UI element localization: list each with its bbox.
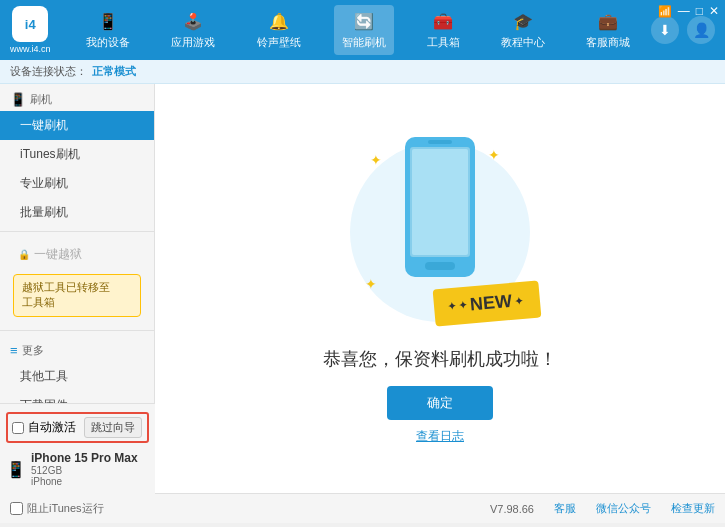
header: 📶 — □ ✕ i4 www.i4.cn 📱 我的设备 🕹️ 应用游戏 🔔	[0, 0, 725, 60]
sidebar-divider-2	[0, 330, 154, 331]
logo-icon: i4	[12, 6, 48, 42]
stop-itunes-row: 阻止iTunes运行	[10, 501, 104, 516]
tab-app-game[interactable]: 🕹️ 应用游戏	[163, 5, 223, 55]
footer-right: V7.98.66 客服 微信公众号 检查更新	[490, 501, 715, 516]
sidebar-flash-header: 📱 刷机	[0, 84, 154, 111]
guide-button[interactable]: 跳过向导	[84, 417, 142, 438]
auto-activate-label: 自动激活	[28, 419, 76, 436]
phone-graphic: ✦ ✦ ✦	[350, 132, 530, 332]
sidebar: 📱 刷机 一键刷机 iTunes刷机 专业刷机 批量刷机 🔒 一键越狱 越狱工具…	[0, 84, 155, 493]
ringtone-icon: 🔔	[268, 10, 290, 32]
svg-rect-4	[428, 140, 452, 144]
sidebar-item-other-tools[interactable]: 其他工具	[0, 362, 154, 391]
sparkle-2-icon: ✦	[488, 147, 500, 163]
stop-itunes-label: 阻止iTunes运行	[27, 501, 104, 516]
tutorial-icon: 🎓	[512, 10, 534, 32]
svg-rect-2	[412, 149, 468, 255]
status-mode: 正常模式	[92, 64, 136, 79]
device-row: 📱 iPhone 15 Pro Max 512GB iPhone	[6, 449, 149, 489]
flash-section-title: 刷机	[30, 92, 52, 107]
phone-svg	[400, 132, 480, 282]
maximize-icon[interactable]: □	[696, 4, 703, 18]
device-name: iPhone 15 Pro Max	[31, 451, 138, 465]
auto-activate-row: 自动激活 跳过向导	[6, 412, 149, 443]
success-text: 恭喜您，保资料刷机成功啦！	[323, 347, 557, 371]
auto-activate-checkbox[interactable]	[12, 422, 24, 434]
lock-icon: 🔒	[18, 249, 30, 260]
tab-service-label: 客服商城	[586, 35, 630, 50]
footer: 阻止iTunes运行 V7.98.66 客服 微信公众号 检查更新	[0, 493, 725, 523]
wifi-icon: 📶	[658, 5, 672, 18]
sidebar-item-itunes-flash[interactable]: iTunes刷机	[0, 140, 154, 169]
jailbreak-label: 一键越狱	[34, 246, 82, 263]
close-icon[interactable]: ✕	[709, 4, 719, 18]
sidebar-divider-1	[0, 231, 154, 232]
tab-ringtone[interactable]: 🔔 铃声壁纸	[249, 5, 309, 55]
tab-tutorial-label: 教程中心	[501, 35, 545, 50]
more-section-title: 更多	[22, 343, 44, 358]
status-bar: 设备连接状态： 正常模式	[0, 60, 725, 84]
sparkle-1-icon: ✦	[370, 152, 382, 168]
sidebar-item-one-key-flash[interactable]: 一键刷机	[0, 111, 154, 140]
sidebar-item-pro-flash[interactable]: 专业刷机	[0, 169, 154, 198]
success-illustration: ✦ ✦ ✦	[323, 132, 557, 445]
content-area: ✦ ✦ ✦	[155, 84, 725, 493]
footer-link-update[interactable]: 检查更新	[671, 501, 715, 516]
tab-toolbox-label: 工具箱	[427, 35, 460, 50]
tab-smart-flash-label: 智能刷机	[342, 35, 386, 50]
toolbox-icon: 🧰	[432, 10, 454, 32]
success-buttons: 确定 查看日志	[387, 386, 493, 445]
device-type: iPhone	[31, 476, 138, 487]
tab-my-device-label: 我的设备	[86, 35, 130, 50]
stop-itunes-checkbox[interactable]	[10, 502, 23, 515]
tab-toolbox[interactable]: 🧰 工具箱	[419, 5, 468, 55]
device-phone-icon: 📱	[6, 460, 26, 479]
device-info: iPhone 15 Pro Max 512GB iPhone	[31, 451, 138, 487]
smart-flash-icon: 🔄	[353, 10, 375, 32]
status-label: 设备连接状态：	[10, 64, 87, 79]
download-button[interactable]: ⬇	[651, 16, 679, 44]
new-badge-text: NEW	[469, 291, 513, 316]
svg-rect-3	[425, 262, 455, 270]
minimize-icon[interactable]: —	[678, 4, 690, 18]
service-icon: 💼	[597, 10, 619, 32]
log-button[interactable]: 查看日志	[416, 428, 464, 445]
my-device-icon: 📱	[97, 10, 119, 32]
jailbreak-notice-text: 越狱工具已转移至工具箱	[22, 281, 110, 308]
sidebar-item-batch-flash[interactable]: 批量刷机	[0, 198, 154, 227]
tab-smart-flash[interactable]: 🔄 智能刷机	[334, 5, 394, 55]
sidebar-more-header: ≡ 更多	[0, 335, 154, 362]
jailbreak-section: 🔒 一键越狱 越狱工具已转移至工具箱	[0, 236, 154, 326]
sidebar-flash-section: 📱 刷机 一键刷机 iTunes刷机 专业刷机 批量刷机	[0, 84, 154, 227]
sidebar-item-jailbreak: 🔒 一键越狱	[8, 240, 146, 269]
new-badge: ✦ NEW ✦	[433, 280, 542, 326]
header-actions: ⬇ 👤	[651, 16, 715, 44]
logo: i4 www.i4.cn	[10, 6, 51, 54]
footer-link-service[interactable]: 客服	[554, 501, 576, 516]
footer-version: V7.98.66	[490, 503, 534, 515]
tab-ringtone-label: 铃声壁纸	[257, 35, 301, 50]
nav-tabs: 📱 我的设备 🕹️ 应用游戏 🔔 铃声壁纸 🔄 智能刷机 🧰 工具箱 🎓	[66, 5, 651, 55]
logo-url: www.i4.cn	[10, 44, 51, 54]
app-game-icon: 🕹️	[182, 10, 204, 32]
user-button[interactable]: 👤	[687, 16, 715, 44]
sparkle-3-icon: ✦	[365, 276, 377, 292]
confirm-button[interactable]: 确定	[387, 386, 493, 420]
jailbreak-notice: 越狱工具已转移至工具箱	[13, 274, 141, 317]
tab-my-device[interactable]: 📱 我的设备	[78, 5, 138, 55]
more-section-icon: ≡	[10, 343, 18, 358]
device-storage: 512GB	[31, 465, 138, 476]
tab-tutorial[interactable]: 🎓 教程中心	[493, 5, 553, 55]
tab-service[interactable]: 💼 客服商城	[578, 5, 638, 55]
footer-link-wechat[interactable]: 微信公众号	[596, 501, 651, 516]
flash-section-icon: 📱	[10, 92, 26, 107]
logo-abbr: i4	[25, 17, 36, 32]
bottom-left-panel: 自动激活 跳过向导 📱 iPhone 15 Pro Max 512GB iPho…	[0, 403, 155, 493]
tab-app-game-label: 应用游戏	[171, 35, 215, 50]
